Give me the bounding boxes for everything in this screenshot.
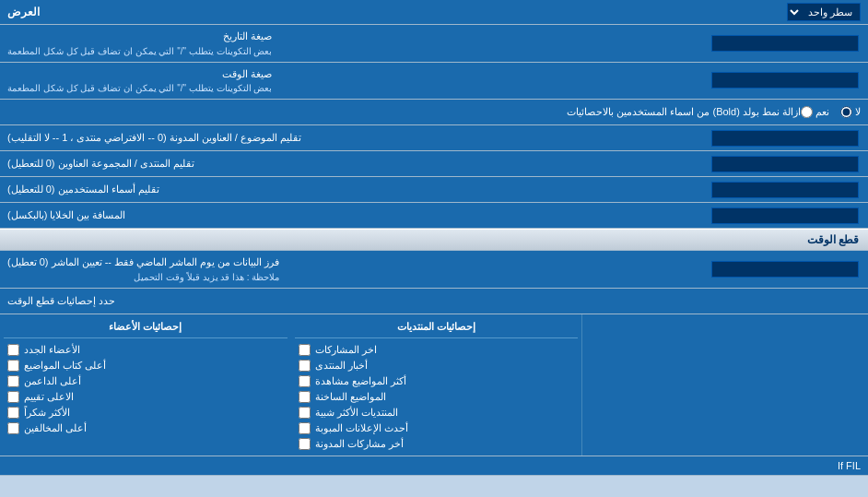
bottom-note-text: If FIL — [838, 460, 861, 471]
most-thanks-item: الأكثر شكراً — [4, 405, 287, 420]
top-posters-checkbox[interactable] — [7, 360, 19, 372]
old-topics-checkbox[interactable] — [299, 391, 311, 403]
cutoff-label: فرز البيانات من يوم الماشر الماضي فقط --… — [0, 251, 702, 288]
top-raters-checkbox[interactable] — [7, 391, 19, 403]
cells-gap-label: المسافة بين الخلايا (بالبكسل) — [0, 203, 702, 228]
old-topics-item: المواضيع الساخنة — [295, 389, 579, 405]
top-visitors-checkbox[interactable] — [7, 422, 19, 434]
bold-no-radio[interactable] — [840, 106, 852, 118]
cutoff-section-title: قطع الوقت — [807, 233, 859, 246]
top-visitors-label: أعلى المخالفين — [24, 422, 87, 434]
top-donors-label: أعلى الداعمن — [24, 375, 81, 387]
date-format-input-wrapper[interactable]: d-m — [702, 25, 868, 62]
most-thanks-label: الأكثر شكراً — [24, 407, 70, 419]
new-members-checkbox[interactable] — [7, 344, 19, 356]
time-format-input[interactable]: H:i — [711, 72, 859, 89]
usernames-label: تقليم أسماء المستخدمين (0 للتعطيل) — [0, 177, 702, 202]
time-format-row: H:i صيغة الوقت بعض التكوينات يتطلب "/" ا… — [0, 63, 868, 101]
forum-stats-title: إحصائيات المنتديات — [295, 318, 579, 338]
topics-titles-label: تقليم الموضوع / العناوين المدونة (0 -- ا… — [0, 125, 702, 150]
bold-no-label: لا — [855, 106, 861, 118]
main-container: سطر واحد سطران ثلاثة أسطر العرض d-m صيغة… — [0, 0, 868, 476]
top-raters-item: الاعلى تقييم — [4, 389, 287, 405]
members-stats-title: إحصائيات الأعضاء — [4, 318, 287, 338]
top-posters-item: أعلى كتاب المواضيع — [4, 358, 287, 373]
display-select[interactable]: سطر واحد سطران ثلاثة أسطر — [787, 3, 861, 21]
display-select-wrapper[interactable]: سطر واحد سطران ثلاثة أسطر — [787, 3, 861, 21]
bold-yes-option[interactable]: نعم — [801, 106, 829, 118]
last-shared-label: أخر مشاركات المدونة — [315, 438, 404, 450]
topics-titles-input-wrapper[interactable]: 33 — [702, 125, 868, 150]
old-topics-label: المواضيع الساخنة — [315, 391, 386, 403]
cells-gap-input[interactable]: 2 — [711, 207, 859, 224]
header-row: سطر واحد سطران ثلاثة أسطر العرض — [0, 0, 868, 25]
usernames-row: 0 تقليم أسماء المستخدمين (0 للتعطيل) — [0, 177, 868, 203]
last-shared-item: أخر مشاركات المدونة — [295, 436, 579, 452]
time-format-input-wrapper[interactable]: H:i — [702, 63, 868, 100]
usernames-input-wrapper[interactable]: 0 — [702, 177, 868, 202]
forum-titles-input-wrapper[interactable]: 33 — [702, 151, 868, 176]
members-stats-col: إحصائيات الأعضاء الأعضاء الجدد أعلى كتاب… — [0, 314, 291, 456]
most-viewed-item: أكثر المواضيع مشاهدة — [295, 373, 579, 389]
header-title: العرض — [7, 6, 40, 18]
cells-gap-row: 2 المسافة بين الخلايا (بالبكسل) — [0, 203, 868, 229]
bottom-note: If FIL — [0, 456, 868, 476]
top-raters-label: الاعلى تقييم — [24, 391, 74, 403]
forum-stats-col: إحصائيات المنتديات اخر المشاركات أخبار ا… — [291, 314, 583, 456]
topics-titles-row: 33 تقليم الموضوع / العناوين المدونة (0 -… — [0, 125, 868, 151]
cutoff-row: 0 فرز البيانات من يوم الماشر الماضي فقط … — [0, 251, 868, 289]
cutoff-input[interactable]: 0 — [711, 261, 859, 278]
cutoff-input-wrapper[interactable]: 0 — [702, 251, 868, 288]
stats-empty-col — [582, 314, 868, 456]
bold-yes-radio[interactable] — [801, 106, 813, 118]
cells-gap-input-wrapper[interactable]: 2 — [702, 203, 868, 228]
similar-forums-label: المنتديات الأكثر شبية — [315, 407, 398, 419]
stats-title-label: حدد إحصائيات قطع الوقت — [0, 289, 868, 314]
forum-titles-row: 33 تقليم المنتدى / المجموعة العناوين (0 … — [0, 151, 868, 177]
top-posters-label: أعلى كتاب المواضيع — [24, 360, 106, 372]
last-posts-label: اخر المشاركات — [315, 344, 377, 356]
last-posts-item: اخر المشاركات — [295, 342, 579, 358]
new-members-label: الأعضاء الجدد — [24, 344, 80, 356]
last-posts-checkbox[interactable] — [299, 344, 311, 356]
top-visitors-item: أعلى المخالفين — [4, 420, 287, 436]
bold-yes-label: نعم — [815, 106, 829, 118]
forum-titles-input[interactable]: 33 — [711, 156, 859, 172]
forum-news-checkbox[interactable] — [299, 360, 311, 372]
bold-radio-row: نعم لا ازالة نمط بولد (Bold) من اسماء ال… — [0, 100, 868, 125]
date-format-row: d-m صيغة التاريخ بعض التكوينات يتطلب "/"… — [0, 25, 868, 63]
time-format-label: صيغة الوقت بعض التكوينات يتطلب "/" التي … — [0, 63, 702, 100]
most-viewed-label: أكثر المواضيع مشاهدة — [315, 375, 406, 387]
bold-radio-options: نعم لا — [801, 106, 861, 118]
stats-title-row: حدد إحصائيات قطع الوقت — [0, 289, 868, 314]
topics-titles-input[interactable]: 33 — [711, 130, 859, 147]
recent-ads-label: أحدث الإعلانات المبوبة — [315, 422, 408, 434]
recent-ads-item: أحدث الإعلانات المبوبة — [295, 420, 579, 436]
similar-forums-item: المنتديات الأكثر شبية — [295, 405, 579, 420]
new-members-item: الأعضاء الجدد — [4, 342, 287, 358]
forum-news-label: أخبار المنتدى — [315, 360, 368, 372]
usernames-input[interactable]: 0 — [711, 182, 859, 198]
forum-titles-label: تقليم المنتدى / المجموعة العناوين (0 للت… — [0, 151, 702, 176]
most-viewed-checkbox[interactable] — [299, 375, 311, 387]
recent-ads-checkbox[interactable] — [299, 422, 311, 434]
date-format-input[interactable]: d-m — [711, 35, 859, 52]
forum-news-item: أخبار المنتدى — [295, 358, 579, 373]
last-shared-checkbox[interactable] — [299, 438, 311, 450]
similar-forums-checkbox[interactable] — [299, 407, 311, 419]
bold-radio-label: ازالة نمط بولد (Bold) من اسماء المستخدمي… — [7, 106, 801, 118]
top-donors-item: أعلى الداعمن — [4, 373, 287, 389]
most-thanks-checkbox[interactable] — [7, 407, 19, 419]
cutoff-section-header: قطع الوقت — [0, 229, 868, 251]
bold-no-option[interactable]: لا — [840, 106, 861, 118]
top-donors-checkbox[interactable] — [7, 375, 19, 387]
stats-grid: إحصائيات المنتديات اخر المشاركات أخبار ا… — [0, 314, 868, 456]
date-format-label: صيغة التاريخ بعض التكوينات يتطلب "/" الت… — [0, 25, 702, 62]
